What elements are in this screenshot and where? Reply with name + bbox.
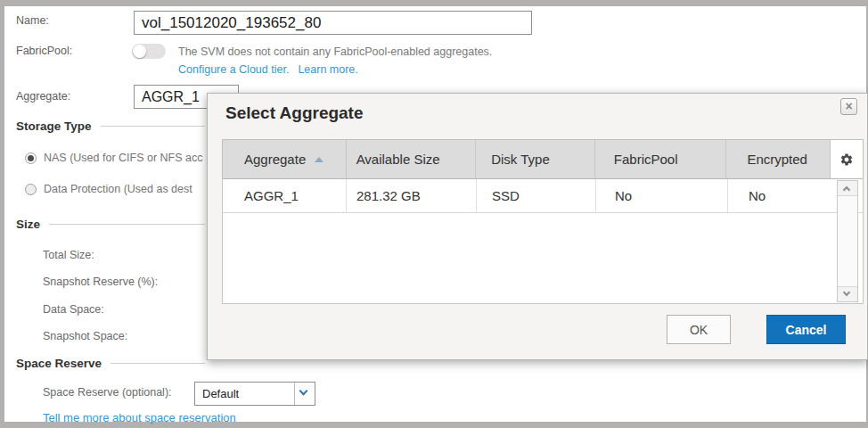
table-scrollbar[interactable] [837, 180, 858, 302]
chevron-up-icon [843, 186, 850, 193]
dialog-close-button[interactable]: × [840, 98, 857, 115]
size-divider [49, 224, 205, 225]
total-size-label: Total Size: [43, 249, 94, 261]
fabricpool-label: FabricPool: [16, 45, 72, 57]
learn-more-link[interactable]: Learn more. [298, 63, 357, 76]
fabricpool-toggle[interactable] [132, 44, 166, 59]
select-aggregate-dialog: Select Aggregate × Aggregate Available S… [207, 93, 868, 360]
close-icon: × [845, 99, 852, 113]
configure-cloud-tier-link[interactable]: Configure a Cloud tier. [178, 63, 289, 76]
sort-ascending-icon [315, 157, 323, 162]
screenshot-frame: Name: FabricPool: The SVM does not conta… [0, 0, 868, 428]
name-input[interactable] [134, 11, 532, 35]
column-header-disk-type[interactable]: Disk Type [476, 140, 595, 178]
chevron-down-icon [843, 289, 850, 296]
cell-disk-type: SSD [477, 179, 596, 212]
cell-available-size: 281.32 GB [347, 179, 477, 212]
data-protection-radio-icon [25, 184, 37, 195]
fabricpool-links: Configure a Cloud tier.Learn more. [178, 63, 358, 76]
space-reserve-heading: Space Reserve [16, 357, 102, 370]
data-protection-radio-label: Data Protection (Used as dest [44, 183, 192, 195]
snapshot-reserve-label: Snapshot Reserve (%): [43, 276, 158, 288]
select-dropdown-button[interactable] [294, 383, 315, 405]
storage-type-heading: Storage Type [16, 119, 92, 133]
dialog-title: Select Aggregate [225, 103, 364, 123]
aggregate-table-header: Aggregate Available Size Disk Type Fabri… [222, 139, 864, 179]
space-reserve-select[interactable]: Default [194, 382, 315, 406]
space-reserve-selected-value: Default [202, 387, 239, 400]
scroll-up-button[interactable] [838, 181, 857, 196]
column-header-available-size[interactable]: Available Size [347, 140, 477, 178]
table-row[interactable]: AGGR_1 281.32 GB SSD No No [223, 179, 863, 213]
aggregate-label: Aggregate: [16, 90, 70, 103]
scroll-down-button[interactable] [838, 286, 857, 301]
fabricpool-message: The SVM does not contain any FabricPool-… [178, 45, 492, 58]
column-header-aggregate[interactable]: Aggregate [223, 140, 347, 178]
radio-nas[interactable]: NAS (Used for CIFS or NFS acc [25, 152, 203, 164]
toggle-knob-icon [133, 45, 146, 58]
cell-fabricpool: No [596, 179, 728, 212]
cell-encrypted: No [728, 179, 832, 212]
ok-button[interactable]: OK [667, 315, 731, 344]
name-label: Name: [16, 14, 49, 27]
data-space-label: Data Space: [43, 303, 104, 316]
nas-radio-label: NAS (Used for CIFS or NFS acc [44, 152, 203, 164]
aggregate-table: Aggregate Available Size Disk Type Fabri… [222, 139, 864, 304]
gear-icon [839, 152, 854, 167]
column-header-fabricpool[interactable]: FabricPool [595, 140, 727, 178]
aggregate-table-body: AGGR_1 281.32 GB SSD No No [222, 179, 864, 304]
column-settings-button[interactable] [831, 140, 863, 178]
space-reserve-label: Space Reserve (optional): [43, 386, 172, 399]
chevron-down-icon [299, 387, 308, 396]
space-reservation-help-link[interactable]: Tell me more about space reservation [43, 411, 236, 424]
column-header-encrypted[interactable]: Encrypted [726, 140, 831, 178]
cancel-button[interactable]: Cancel [766, 315, 846, 344]
size-heading: Size [16, 218, 40, 231]
cell-aggregate: AGGR_1 [223, 179, 347, 212]
radio-data-protection[interactable]: Data Protection (Used as dest [25, 183, 192, 195]
space-reserve-divider [111, 363, 205, 364]
nas-radio-icon [25, 152, 37, 164]
storage-type-divider [101, 126, 205, 127]
snapshot-space-label: Snapshot Space: [43, 330, 127, 342]
